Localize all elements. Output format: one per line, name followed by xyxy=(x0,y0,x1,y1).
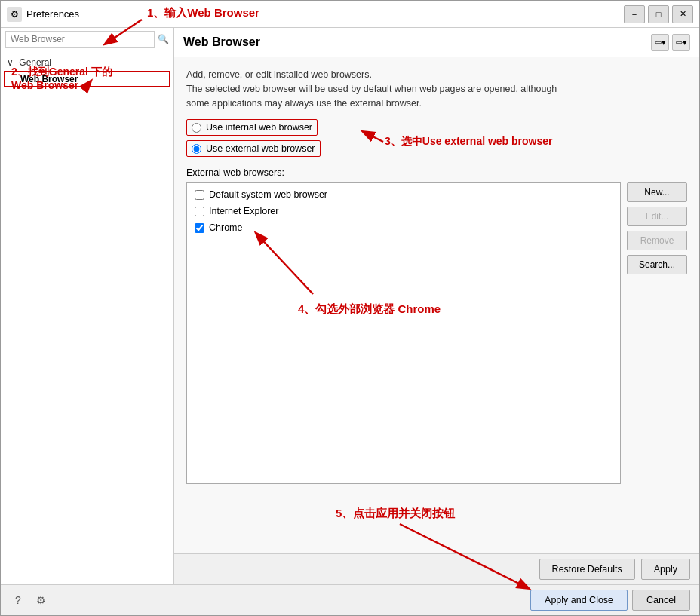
settings-icon[interactable]: ⚙ xyxy=(32,592,49,608)
browser-chrome-checkbox[interactable] xyxy=(195,223,204,233)
browser-ie-checkbox[interactable] xyxy=(195,207,204,216)
apply-and-close-button[interactable]: Apply and Close xyxy=(530,590,628,611)
panel-nav-buttons: ⇦▾ ⇨▾ xyxy=(651,34,690,51)
browser-default-label: Default system web browser xyxy=(209,189,327,200)
new-browser-button[interactable]: New... xyxy=(627,182,687,202)
panel-body: Add, remove, or edit installed web brows… xyxy=(174,57,699,553)
close-button[interactable]: ✕ xyxy=(672,5,693,23)
remove-browser-button[interactable]: Remove xyxy=(627,231,687,250)
sidebar-search-bar: 🔍 xyxy=(1,28,173,51)
window-title: Preferences xyxy=(26,8,624,20)
web-browser-item-label: Web Browser xyxy=(20,74,78,84)
panel-header: Web Browser ⇦▾ ⇨▾ xyxy=(174,28,699,57)
nav-forward-button[interactable]: ⇨▾ xyxy=(672,34,690,51)
maximize-button[interactable]: □ xyxy=(648,5,669,23)
general-group-label: General xyxy=(19,57,51,68)
desc-line2: The selected web browser will be used by… xyxy=(186,82,687,97)
external-browsers-label: External web browsers: xyxy=(186,167,687,178)
internal-browser-label: Use internal web browser xyxy=(206,122,312,133)
search-browser-button[interactable]: Search... xyxy=(627,255,687,274)
app-icon: ⚙ xyxy=(7,7,22,22)
external-browser-option[interactable]: Use external web browser xyxy=(186,140,321,157)
expand-arrow-icon: ∨ xyxy=(7,57,14,68)
bottom-bar: Restore Defaults Apply xyxy=(174,553,699,584)
description-block: Add, remove, or edit installed web brows… xyxy=(186,68,687,110)
desc-line3: some applications may always use the ext… xyxy=(186,97,687,111)
search-icon: 🔍 xyxy=(158,34,169,44)
restore-defaults-button[interactable]: Restore Defaults xyxy=(539,559,635,580)
sidebar-item-web-browser[interactable]: Web Browser xyxy=(4,71,170,87)
browser-default-item[interactable]: Default system web browser xyxy=(190,186,617,203)
sidebar-general-group[interactable]: ∨ General xyxy=(1,54,173,71)
sidebar-search-input[interactable] xyxy=(5,31,155,48)
right-panel: Web Browser ⇦▾ ⇨▾ Add, remove, or edit i… xyxy=(174,28,699,584)
side-buttons: New... Edit... Remove Search... xyxy=(627,182,687,484)
minimize-button[interactable]: − xyxy=(624,5,645,23)
preferences-window: ⚙ Preferences − □ ✕ 🔍 ∨ General Web Brow… xyxy=(0,0,700,616)
edit-browser-button[interactable]: Edit... xyxy=(627,207,687,226)
help-icon[interactable]: ? xyxy=(10,592,26,608)
browser-ie-item[interactable]: Internet Explorer xyxy=(190,203,617,219)
browser-default-checkbox[interactable] xyxy=(195,190,204,200)
sidebar: 🔍 ∨ General Web Browser xyxy=(1,28,174,584)
desc-line1: Add, remove, or edit installed web brows… xyxy=(186,68,687,82)
cancel-button[interactable]: Cancel xyxy=(632,590,690,611)
external-browser-label: Use external web browser xyxy=(206,143,315,154)
browser-type-radio-group: Use internal web browser Use external we… xyxy=(186,119,687,157)
main-content: 🔍 ∨ General Web Browser Web Browser ⇦▾ ⇨… xyxy=(1,28,699,584)
apply-button[interactable]: Apply xyxy=(641,559,690,580)
footer: ? ⚙ Apply and Close Cancel xyxy=(1,584,699,615)
nav-back-button[interactable]: ⇦▾ xyxy=(651,34,669,51)
footer-right-buttons: Apply and Close Cancel xyxy=(530,590,690,611)
panel-title: Web Browser xyxy=(183,35,260,49)
browser-chrome-label: Chrome xyxy=(209,222,242,233)
browser-ie-label: Internet Explorer xyxy=(209,206,278,216)
browsers-container: Default system web browser Internet Expl… xyxy=(186,182,687,484)
footer-icons: ? ⚙ xyxy=(10,592,49,608)
browser-chrome-item[interactable]: Chrome xyxy=(190,219,617,236)
browsers-list: Default system web browser Internet Expl… xyxy=(186,182,621,484)
sidebar-tree: ∨ General Web Browser xyxy=(1,51,173,90)
external-browser-radio[interactable] xyxy=(192,144,201,154)
internal-browser-radio[interactable] xyxy=(192,123,201,133)
window-controls: − □ ✕ xyxy=(624,5,693,23)
internal-browser-option[interactable]: Use internal web browser xyxy=(186,119,318,136)
title-bar: ⚙ Preferences − □ ✕ xyxy=(1,1,699,28)
